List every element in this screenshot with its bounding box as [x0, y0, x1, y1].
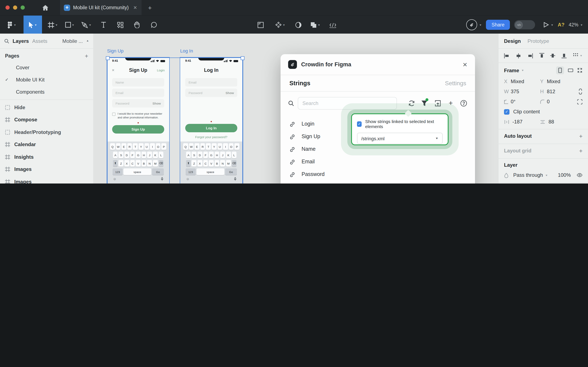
share-button[interactable]: Share [486, 20, 510, 30]
frame-label-log-in[interactable]: Log In [180, 48, 193, 53]
close-window-button[interactable] [5, 5, 10, 10]
add-auto-layout-button[interactable]: + [579, 133, 583, 139]
sign-up-frame[interactable]: 9:41 ✕ Sign Up Login Name Email Password… [107, 58, 169, 184]
corner-radius-icon [540, 99, 547, 104]
dev-mode-toggle[interactable]: </> [514, 20, 535, 29]
email-field: Email [185, 78, 237, 86]
clip-content-checkbox[interactable]: ✓ [504, 109, 509, 114]
notch [198, 58, 224, 60]
align-h-center-icon[interactable] [516, 53, 521, 58]
page-row[interactable]: ✓ Mobile UI Kit [0, 74, 93, 86]
search-icon[interactable] [4, 38, 9, 43]
tab-close-icon[interactable]: ✕ [133, 5, 137, 10]
window-controls[interactable] [5, 5, 25, 10]
independent-corners-icon[interactable] [577, 99, 583, 104]
new-tab-button[interactable]: + [148, 4, 152, 11]
portrait-orientation-button[interactable] [556, 66, 564, 74]
align-right-icon[interactable] [527, 53, 533, 58]
width-value[interactable]: 375 [511, 89, 533, 94]
file-tab[interactable]: ❖ Mobile UI kit (Community) ✕ [60, 0, 141, 15]
layer-row[interactable]: Images [0, 163, 93, 175]
page-row[interactable]: Components [0, 86, 93, 98]
refresh-icon[interactable] [408, 99, 415, 108]
tidy-up-button[interactable]: ▼ [573, 53, 583, 58]
add-page-button[interactable]: + [85, 52, 88, 59]
layer-row[interactable]: Hide [0, 101, 93, 114]
height-value[interactable]: 812 [547, 89, 569, 94]
boolean-groups-button[interactable]: ▼ [306, 16, 325, 34]
maximize-window-button[interactable] [21, 5, 25, 10]
file-select[interactable]: /strings.xml ▼ [357, 133, 443, 144]
align-top-icon[interactable] [539, 53, 544, 58]
forgot-password-link: Forgot your password? [180, 135, 242, 139]
align-left-icon[interactable] [504, 53, 509, 58]
frame-type-label[interactable]: Frame [504, 67, 519, 73]
spellcheck-badge[interactable]: A? [558, 22, 564, 28]
upload-icon[interactable] [434, 99, 441, 108]
comment-tool-button[interactable] [145, 16, 162, 34]
horizontal-gap-value[interactable]: -187 [512, 119, 534, 125]
rotation-value[interactable]: 0° [511, 99, 533, 105]
add-layout-grid-button[interactable]: + [579, 147, 583, 154]
filter-icon[interactable] [421, 99, 428, 108]
hand-tool-button[interactable] [128, 16, 145, 34]
mask-button[interactable] [290, 16, 307, 34]
log-in-frame[interactable]: 9:41 Log In Email Password Show Log In F… [180, 58, 242, 184]
account-menu[interactable]: ▼ [466, 19, 482, 30]
link-icon [289, 146, 295, 152]
chevron-up-icon[interactable]: ▼ [86, 40, 89, 42]
home-icon[interactable] [42, 5, 48, 10]
zoom-menu[interactable]: 42% ▼ [569, 22, 583, 27]
key: Q [183, 143, 188, 150]
main-menu-button[interactable]: ▼ [3, 16, 20, 34]
move-tool-button[interactable]: ▼ [24, 16, 42, 34]
text-tool-button[interactable] [95, 16, 112, 34]
landscape-orientation-button[interactable] [568, 68, 573, 72]
layer-row[interactable]: Compose [0, 114, 93, 126]
minimize-window-button[interactable] [13, 5, 17, 10]
string-row[interactable]: Email [281, 155, 475, 168]
frame-label-sign-up[interactable]: Sign Up [107, 48, 124, 53]
shape-tool-button[interactable]: ▼ [61, 16, 78, 34]
align-v-center-icon[interactable] [550, 53, 555, 58]
pen-tool-button[interactable]: ▼ [78, 16, 95, 34]
create-component-button[interactable]: ▼ [270, 16, 290, 34]
layer-row[interactable]: Calendar [0, 138, 93, 151]
align-bottom-icon[interactable] [562, 53, 567, 58]
close-dialog-button[interactable]: ✕ [463, 61, 467, 68]
resources-tool-button[interactable] [112, 16, 128, 34]
string-row[interactable]: Password [281, 168, 475, 181]
tab-layers[interactable]: Layers [13, 38, 29, 44]
constrain-proportions-icon[interactable] [578, 89, 583, 94]
page-row[interactable]: Cover [0, 61, 93, 74]
vertical-gap-icon [540, 119, 548, 124]
tab-strings[interactable]: Strings [289, 80, 310, 86]
go-key: Go [225, 168, 237, 175]
code-view-button[interactable] [324, 16, 341, 34]
dialog-title: Crowdin for Figma [301, 61, 351, 68]
edit-object-button[interactable] [252, 16, 269, 34]
corner-radius-value[interactable]: 0 [547, 99, 569, 105]
present-menu[interactable]: ▼ [544, 22, 554, 28]
add-string-icon[interactable]: + [447, 99, 454, 108]
tab-prototype[interactable]: Prototype [528, 38, 549, 44]
tab-settings[interactable]: Settings [445, 80, 466, 86]
help-icon[interactable] [460, 99, 467, 108]
layer-row[interactable]: Images [0, 175, 93, 184]
x-value[interactable]: Mixed [511, 79, 533, 84]
layer-row[interactable]: Insights [0, 151, 93, 163]
show-linked-checkbox[interactable]: ✓ [357, 121, 362, 127]
visibility-eye-icon[interactable] [577, 173, 583, 177]
blend-mode-value[interactable]: Pass through [513, 172, 543, 178]
search-input[interactable] [298, 97, 397, 110]
tab-assets[interactable]: Assets [32, 38, 47, 44]
opacity-value[interactable]: 100% [558, 172, 571, 178]
library-name[interactable]: Mobile ... [62, 38, 83, 44]
layer-row[interactable]: Header/Prototyping [0, 126, 93, 138]
y-value[interactable]: Mixed [547, 79, 569, 84]
tab-design[interactable]: Design [504, 38, 521, 44]
resize-to-fit-icon[interactable] [577, 68, 583, 73]
string-row[interactable]: Show [281, 181, 475, 184]
vertical-gap-value[interactable]: 88 [548, 119, 570, 125]
frame-tool-button[interactable]: ▼ [44, 16, 61, 34]
